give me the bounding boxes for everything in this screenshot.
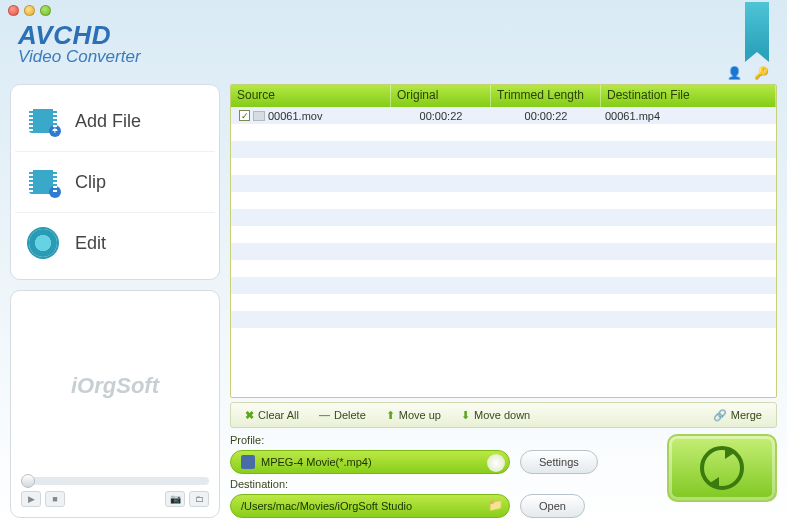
col-header-trimmed[interactable]: Trimmed Length	[491, 85, 601, 107]
settings-button[interactable]: Settings	[520, 450, 598, 474]
table-row	[231, 260, 776, 277]
preview-seek-slider[interactable]	[21, 477, 209, 485]
col-header-original[interactable]: Original	[391, 85, 491, 107]
row-checkbox[interactable]: ✓	[239, 110, 250, 121]
profile-label: Profile:	[230, 434, 657, 446]
table-row[interactable]: ✓00061.mov00:00:2200:00:2200061.mp4	[231, 107, 776, 124]
profile-select[interactable]: MPEG-4 Movie(*.mp4)	[230, 450, 510, 474]
preview-play-button[interactable]: ▶	[21, 491, 41, 507]
table-row	[231, 175, 776, 192]
table-row	[231, 124, 776, 141]
film-clip-icon	[27, 166, 59, 198]
window-minimize-button[interactable]	[24, 5, 35, 16]
cell-source: 00061.mov	[268, 110, 322, 122]
sidebar-item-label: Edit	[75, 233, 106, 254]
sidebar-item-label: Add File	[75, 111, 141, 132]
minus-icon: —	[319, 409, 330, 421]
delete-button[interactable]: —Delete	[311, 407, 374, 423]
table-row	[231, 158, 776, 175]
key-icon[interactable]: 🔑	[754, 66, 769, 80]
sidebar-item-edit[interactable]: Edit	[15, 213, 215, 273]
table-row	[231, 311, 776, 328]
open-button[interactable]: Open	[520, 494, 585, 518]
convert-button[interactable]	[667, 434, 777, 502]
table-body: ✓00061.mov00:00:2200:00:2200061.mp4	[231, 107, 776, 397]
arrow-up-icon: ⬆	[386, 409, 395, 422]
merge-icon: 🔗	[713, 409, 727, 422]
destination-label: Destination:	[230, 478, 657, 490]
app-header: AVCHD Video Converter 👤 🔑	[0, 20, 787, 80]
destination-value: /Users/mac/Movies/iOrgSoft Studio	[241, 500, 412, 512]
x-icon: ✖	[245, 409, 254, 422]
table-row	[231, 294, 776, 311]
preview-stop-button[interactable]: ■	[45, 491, 65, 507]
clear-all-button[interactable]: ✖Clear All	[237, 407, 307, 424]
sidebar-item-label: Clip	[75, 172, 106, 193]
window-close-button[interactable]	[8, 5, 19, 16]
sidebar-item-add-file[interactable]: + Add File	[15, 91, 215, 152]
file-table: Source Original Trimmed Length Destinati…	[230, 84, 777, 398]
arrow-down-icon: ⬇	[461, 409, 470, 422]
table-row	[231, 141, 776, 158]
move-up-button[interactable]: ⬆Move up	[378, 407, 449, 424]
bookmark-ribbon-icon	[745, 2, 769, 52]
file-icon	[253, 111, 265, 121]
col-header-destination[interactable]: Destination File	[601, 85, 776, 107]
merge-button[interactable]: 🔗Merge	[705, 407, 770, 424]
convert-arrows-icon	[700, 446, 744, 490]
video-format-icon	[241, 455, 255, 469]
window-titlebar	[0, 0, 787, 20]
destination-field[interactable]: /Users/mac/Movies/iOrgSoft Studio	[230, 494, 510, 518]
preview-folder-button[interactable]: 🗀	[189, 491, 209, 507]
sidebar-item-clip[interactable]: Clip	[15, 152, 215, 213]
cell-destination: 00061.mp4	[601, 110, 776, 122]
window-zoom-button[interactable]	[40, 5, 51, 16]
brand-subtitle: Video Converter	[18, 47, 787, 67]
table-row	[231, 192, 776, 209]
table-header: Source Original Trimmed Length Destinati…	[231, 85, 776, 107]
preview-watermark: iOrgSoft	[21, 301, 209, 471]
table-row	[231, 226, 776, 243]
user-icon[interactable]: 👤	[727, 66, 742, 80]
film-add-icon: +	[27, 105, 59, 137]
cell-trimmed: 00:00:22	[491, 110, 601, 122]
gear-icon	[27, 227, 59, 259]
table-row	[231, 243, 776, 260]
move-down-button[interactable]: ⬇Move down	[453, 407, 538, 424]
preview-snapshot-button[interactable]: 📷	[165, 491, 185, 507]
col-header-source[interactable]: Source	[231, 85, 391, 107]
table-row	[231, 209, 776, 226]
profile-value: MPEG-4 Movie(*.mp4)	[261, 456, 372, 468]
table-row	[231, 328, 776, 345]
preview-panel: iOrgSoft ▶ ■ 📷 🗀	[10, 290, 220, 518]
sidebar: + Add File Clip Edit	[10, 84, 220, 280]
list-toolbar: ✖Clear All —Delete ⬆Move up ⬇Move down 🔗…	[230, 402, 777, 428]
cell-original: 00:00:22	[391, 110, 491, 122]
slider-thumb-icon[interactable]	[21, 474, 35, 488]
table-row	[231, 277, 776, 294]
